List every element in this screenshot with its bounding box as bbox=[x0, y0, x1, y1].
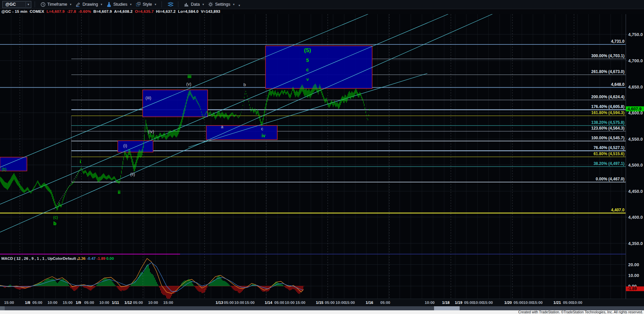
chart-canvas[interactable]: (5)5cviii(v)(iii)(iv)baciv(i)i(ii)ii(b)(… bbox=[0, 0, 644, 314]
time-axis-hour-label: 15:00 bbox=[163, 301, 173, 305]
wave-projection-box[interactable] bbox=[265, 46, 372, 89]
price-axis-label: 4,350.0 bbox=[628, 241, 643, 246]
time-axis-day-label: 1/20 bbox=[504, 301, 512, 305]
wave-label: v bbox=[306, 77, 309, 82]
wave-label: (v) bbox=[186, 81, 191, 86]
price-line-label: 4,407.0 bbox=[611, 208, 624, 212]
chevron-down-icon: ▾ bbox=[233, 3, 235, 6]
time-axis-hour-label: 05:00 bbox=[84, 301, 94, 305]
last-price-badge-text: 4,607.9 bbox=[628, 107, 642, 111]
time-axis-day-label: 1/14 bbox=[265, 301, 273, 305]
wave-label: ii bbox=[118, 189, 120, 195]
menu-data[interactable]: Data ▾ bbox=[182, 2, 206, 7]
fib-level-label: 176.40% (4,605.8) bbox=[591, 104, 624, 109]
layers-icon bbox=[167, 2, 173, 7]
menu-label: Settings bbox=[215, 2, 230, 7]
wave-label: (iv) bbox=[148, 129, 154, 134]
time-axis-hour-label: 10:00 bbox=[47, 301, 57, 305]
price-line-label: 4,731.0 bbox=[611, 39, 624, 44]
fib-level-label: 38.20% (4,497.1) bbox=[594, 161, 624, 166]
time-axis-day-label: 1/16 bbox=[366, 301, 373, 305]
menu-style[interactable]: Style ▾ bbox=[134, 2, 158, 7]
menu-label: Style bbox=[143, 2, 152, 7]
menu-timeframe[interactable]: Timeframe ▾ bbox=[38, 2, 74, 7]
scrollbar-left-cap[interactable] bbox=[0, 306, 5, 310]
menu-drawing[interactable]: Drawing ▾ bbox=[73, 2, 104, 7]
time-axis-day-label: 1/11 bbox=[112, 301, 119, 305]
fib-level-label: 0.00% (4,467.0) bbox=[596, 177, 624, 181]
style-squares-icon bbox=[136, 2, 141, 7]
time-axis-hour-label: 15:00 bbox=[4, 301, 14, 305]
wave-label: (b) bbox=[2, 167, 7, 172]
time-axis-day-label: 1/12 bbox=[124, 301, 132, 305]
wave-projection-box[interactable] bbox=[206, 126, 277, 140]
time-axis-hour-label: 10:00 bbox=[285, 301, 294, 305]
fib-level-label: 138.20% (4,575.8) bbox=[591, 120, 624, 125]
macd-value: -2.36 bbox=[77, 256, 85, 260]
chart-toolbar: @GC ▾ Timeframe ▾ Drawing ▾ Studies ▾ bbox=[0, 0, 644, 9]
wave-label: 5 bbox=[306, 57, 309, 63]
time-axis-day-label: 1/8 bbox=[25, 301, 31, 305]
toolbar-overflow-icon[interactable]: ▾ bbox=[239, 4, 240, 7]
menu-label: Timeframe bbox=[47, 2, 67, 7]
wave-label: b bbox=[243, 82, 246, 87]
fib-level-label: 76.40% (4,527.1) bbox=[594, 145, 624, 150]
sessions-button[interactable] bbox=[165, 2, 175, 7]
toolbar-divider bbox=[162, 1, 162, 7]
fib-level-label: 161.80% (4,594.3) bbox=[591, 110, 624, 115]
wave-label: iv bbox=[261, 133, 265, 138]
time-axis-day-label: 1/21 bbox=[553, 301, 561, 305]
menu-label: Drawing bbox=[82, 2, 98, 7]
symbol-input[interactable]: @GC ▾ bbox=[2, 1, 31, 8]
toolbar-divider bbox=[178, 1, 178, 7]
quote-segment: O=4,635.7 bbox=[135, 9, 156, 13]
time-axis-hour-label: 05:00 bbox=[224, 301, 234, 305]
macd-value: 0.00 bbox=[106, 256, 114, 260]
time-axis-day-label: 1/18 bbox=[442, 301, 450, 305]
symbol-value[interactable]: @GC bbox=[3, 2, 26, 7]
time-axis-hour-label: 15:00 bbox=[483, 301, 493, 305]
time-axis-day-label: 1/9 bbox=[76, 301, 81, 305]
menu-label: Studies bbox=[113, 2, 128, 7]
chevron-down-icon: ▾ bbox=[203, 3, 204, 6]
quote-segment: B=4,607.9 A=4,608.2 bbox=[93, 9, 135, 13]
price-axis-label: 4,700.0 bbox=[628, 58, 643, 63]
wave-label: c bbox=[306, 67, 309, 72]
flask-icon bbox=[106, 2, 112, 7]
price-axis-label: 4,500.0 bbox=[628, 163, 643, 168]
time-axis-hour-label: 10:00 bbox=[473, 301, 483, 305]
price-axis-label: 4,400.0 bbox=[628, 215, 643, 220]
time-axis-day-label: 1/13 bbox=[216, 301, 223, 305]
fib-level-label: 100.00% (4,545.7) bbox=[591, 136, 624, 140]
pencil-icon bbox=[75, 2, 81, 7]
time-axis-hour-label: 05:00 bbox=[274, 301, 284, 305]
time-axis-hour-label: 10:00 bbox=[234, 301, 244, 305]
price-axis-strip[interactable] bbox=[626, 14, 644, 299]
wave-label: (c) bbox=[53, 215, 58, 220]
time-axis-hour-label: 15:00 bbox=[533, 301, 542, 305]
time-axis-hour-label: 10:00 bbox=[425, 301, 434, 305]
wave-projection-box[interactable] bbox=[143, 90, 208, 117]
macd-value: -0.47 bbox=[87, 256, 96, 260]
quote-status-line: @GC - 15 min COMEX L=4,607.9 -27.8 -0.60… bbox=[0, 9, 644, 14]
fib-level-label: 200.00% (4,624.4) bbox=[591, 95, 624, 99]
macd-axis-label: 20.00 bbox=[628, 262, 639, 267]
copyright-bar: Created with TradeStation. ©TradeStation… bbox=[0, 310, 644, 314]
menu-studies[interactable]: Studies ▾ bbox=[104, 2, 134, 7]
time-axis-hour-label: 15:00 bbox=[63, 301, 72, 305]
time-axis-hour-label: 10:00 bbox=[99, 301, 109, 305]
symbol-dropdown-icon[interactable]: ▾ bbox=[26, 2, 31, 7]
price-axis-label: 4,550.0 bbox=[628, 137, 643, 142]
time-axis-hour-label: 10:00 bbox=[523, 301, 533, 305]
time-axis-hour-label: 10:00 bbox=[572, 301, 582, 305]
horizontal-scrollbar-thumb[interactable] bbox=[434, 306, 460, 310]
fib-level-label: 300.00% (4,703.1) bbox=[591, 54, 624, 58]
tradestation-chart-window: @GC ▾ Timeframe ▾ Drawing ▾ Studies ▾ bbox=[0, 0, 644, 314]
wave-label: iii bbox=[187, 74, 191, 79]
time-axis-day-label: 1/15 bbox=[316, 301, 324, 305]
menu-settings[interactable]: Settings ▾ bbox=[206, 2, 237, 7]
price-axis-label: 4,750.0 bbox=[628, 32, 643, 37]
time-axis-day-label: 1/19 bbox=[455, 301, 462, 305]
time-axis-hour-label: 10:00 bbox=[335, 301, 345, 305]
time-axis-hour-label: 05:00 bbox=[464, 301, 474, 305]
